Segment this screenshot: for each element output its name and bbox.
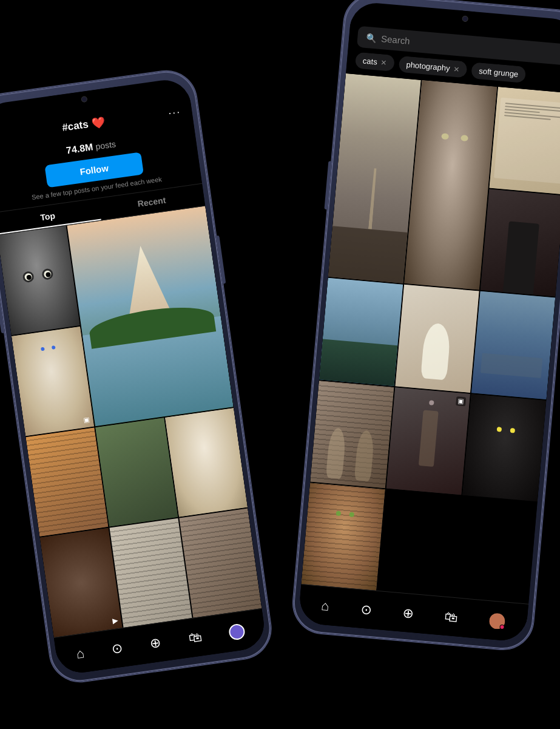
grid-cell-7[interactable]: ▶ [40, 528, 123, 637]
p2-nav-search-icon[interactable]: ⊙ [360, 601, 372, 617]
p2-grid-white-cat[interactable] [396, 285, 479, 392]
p2-grid-book[interactable] [490, 87, 560, 194]
tag-cats[interactable]: cats ✕ [355, 52, 395, 71]
posts-count: 74.8M [66, 141, 93, 155]
grid-cell-1[interactable] [0, 226, 80, 335]
search-input[interactable]: Search [381, 33, 411, 46]
p2-grid-landscape[interactable] [319, 278, 403, 385]
video-icon: ▶ [112, 616, 118, 625]
p2-grid-two-cats[interactable] [310, 381, 394, 488]
phone1-vol-down [0, 297, 4, 333]
phone2-camera [462, 15, 468, 22]
nav-create-icon[interactable]: ⊕ [149, 634, 162, 651]
p2-grid-harbor[interactable] [471, 291, 555, 399]
phone2-content: 🔍 Search cats ✕ photography ✕ soft grung… [298, 19, 560, 642]
more-options-button[interactable]: ··· [167, 105, 182, 120]
grid-cell-9[interactable] [179, 509, 261, 618]
heart-icon: ❤️ [91, 115, 106, 131]
p2-nav-profile-avatar[interactable] [488, 612, 505, 629]
p2-grid-black-cat[interactable] [462, 394, 546, 501]
phone2-screen: 🔍 Search cats ✕ photography ✕ soft grung… [298, 1, 560, 643]
phone2-notch [455, 10, 475, 30]
tag-soft-grunge-label: soft grunge [479, 66, 519, 79]
grid-cell-5[interactable] [95, 418, 178, 527]
phone1-content: ‹ #cats ❤️ ··· 74.8M posts Follow See a … [0, 93, 267, 676]
notification-dot [499, 624, 505, 629]
phone1: ‹ #cats ❤️ ··· 74.8M posts Follow See a … [0, 66, 275, 687]
grid-cell-6[interactable] [165, 408, 248, 517]
phone1-frame: ‹ #cats ❤️ ··· 74.8M posts Follow See a … [0, 66, 275, 687]
tag-photography[interactable]: photography ✕ [398, 56, 467, 78]
phone1-camera [81, 96, 87, 103]
p2-nav-shop-icon[interactable]: 🛍 [444, 608, 459, 625]
p2-nav-home-icon[interactable]: ⌂ [320, 597, 330, 614]
phone1-power-btn [216, 236, 226, 284]
tag-photography-label: photography [406, 60, 450, 73]
hashtag-label: #cats [61, 118, 89, 134]
posts-label: posts [95, 139, 116, 152]
phone1-screen: ‹ #cats ❤️ ··· 74.8M posts Follow See a … [0, 77, 267, 676]
nav-shop-icon[interactable]: 🛍 [187, 629, 203, 646]
nav-profile-avatar[interactable] [228, 623, 246, 640]
phone2: 🔍 Search cats ✕ photography ✕ soft grung… [290, 0, 560, 653]
grid-cell-3[interactable]: ▣ [12, 327, 94, 436]
phone2-frame: 🔍 Search cats ✕ photography ✕ soft grung… [290, 0, 560, 653]
nav-home-icon[interactable]: ⌂ [75, 645, 86, 662]
tag-soft-grunge[interactable]: soft grunge [471, 62, 526, 83]
tag-cats-label: cats [362, 56, 377, 66]
p2-grid-fashion[interactable]: ▣ [386, 387, 470, 495]
phone2-image-grid: ▣ [301, 73, 560, 604]
p2-nav-create-icon[interactable]: ⊕ [402, 605, 414, 621]
p2-grid-tabby-cat[interactable] [301, 483, 385, 590]
grid-cell-2[interactable] [67, 206, 234, 426]
search-icon: 🔍 [366, 32, 377, 42]
tag-photography-remove[interactable]: ✕ [453, 64, 460, 73]
multi-icon: ▣ [83, 415, 90, 424]
hashtag-title: #cats ❤️ [61, 115, 106, 135]
grid-cell-8[interactable] [110, 518, 192, 628]
multi-photo-icon: ▣ [456, 396, 466, 406]
nav-search-icon[interactable]: ⊙ [110, 640, 123, 657]
tag-cats-remove[interactable]: ✕ [380, 58, 387, 67]
p2-grid-boots[interactable] [481, 189, 560, 297]
phone2-vol-btn [324, 161, 331, 209]
grid-cell-4[interactable] [25, 427, 108, 537]
